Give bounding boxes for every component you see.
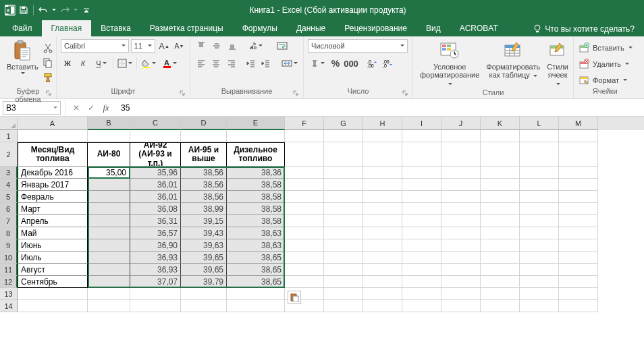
cell[interactable]: 36,93 xyxy=(130,264,181,276)
cell[interactable] xyxy=(324,215,363,227)
cell[interactable] xyxy=(285,203,324,215)
cell[interactable] xyxy=(402,203,441,215)
cell[interactable]: Декабрь 2016 xyxy=(18,167,88,179)
clipboard-dialog-launcher-icon[interactable] xyxy=(44,88,53,98)
tab-insert[interactable]: Вставка xyxy=(91,20,140,36)
cell[interactable] xyxy=(227,288,285,300)
cell[interactable] xyxy=(481,179,520,191)
cell[interactable]: 38,65 xyxy=(227,276,285,288)
cell[interactable] xyxy=(559,239,598,252)
cell[interactable] xyxy=(18,288,88,300)
align-top-icon[interactable] xyxy=(194,39,208,53)
tab-page-layout[interactable]: Разметка страницы xyxy=(140,20,233,36)
cell[interactable] xyxy=(402,252,441,264)
cell[interactable]: Февраль xyxy=(18,191,88,203)
cell[interactable] xyxy=(481,191,520,203)
cell[interactable] xyxy=(363,227,402,239)
cell[interactable] xyxy=(559,300,598,312)
cell[interactable] xyxy=(324,167,363,179)
cell[interactable]: Январь 2017 xyxy=(18,179,88,191)
cell[interactable] xyxy=(481,264,520,276)
cell[interactable] xyxy=(324,179,363,191)
cell[interactable] xyxy=(88,130,130,142)
borders-icon[interactable] xyxy=(115,57,134,70)
row-header[interactable]: 13 xyxy=(0,288,18,300)
increase-decimal-icon[interactable]: ,0,00 xyxy=(365,57,378,70)
cell[interactable] xyxy=(285,252,324,264)
cell[interactable] xyxy=(481,252,520,264)
cell[interactable] xyxy=(441,191,481,203)
decrease-decimal-icon[interactable]: ,00,0 xyxy=(380,57,394,70)
align-center-icon[interactable] xyxy=(209,57,222,70)
cell[interactable]: 38,58 xyxy=(227,203,285,215)
cell[interactable] xyxy=(324,300,363,312)
cell[interactable] xyxy=(88,239,130,252)
row-header[interactable]: 6 xyxy=(0,203,18,215)
redo-icon[interactable] xyxy=(59,4,71,16)
accounting-format-icon[interactable] xyxy=(308,57,327,70)
cell[interactable] xyxy=(520,130,559,142)
cell[interactable] xyxy=(481,300,520,312)
cell[interactable] xyxy=(88,288,130,300)
cell[interactable] xyxy=(363,300,402,312)
cell[interactable] xyxy=(363,252,402,264)
cell[interactable] xyxy=(441,130,481,142)
cell[interactable] xyxy=(130,130,181,142)
cell[interactable] xyxy=(559,191,598,203)
column-header[interactable]: G xyxy=(324,117,363,130)
cell[interactable]: 36,08 xyxy=(130,203,181,215)
cell-styles-button[interactable]: Стили ячеек xyxy=(544,38,571,88)
cell[interactable] xyxy=(559,142,598,167)
tell-me[interactable]: Что вы хотите сделать? xyxy=(529,24,644,36)
cell[interactable]: 38,65 xyxy=(227,264,285,276)
cell[interactable] xyxy=(130,300,181,312)
cell[interactable] xyxy=(481,167,520,179)
cell[interactable] xyxy=(520,179,559,191)
font-size-select[interactable]: 11 xyxy=(131,39,156,53)
cell[interactable] xyxy=(520,215,559,227)
cell[interactable] xyxy=(402,167,441,179)
cell[interactable] xyxy=(324,142,363,167)
number-format-select[interactable]: Числовой xyxy=(308,39,408,53)
cell[interactable] xyxy=(441,203,481,215)
conditional-formatting-button[interactable]: Условное форматирование xyxy=(417,38,482,88)
cell[interactable]: АИ-95 и выше xyxy=(181,142,227,167)
alignment-dialog-launcher-icon[interactable] xyxy=(291,88,300,98)
align-right-icon[interactable] xyxy=(225,57,238,70)
cell[interactable] xyxy=(559,179,598,191)
column-header[interactable]: L xyxy=(520,117,559,130)
cell[interactable] xyxy=(285,239,324,252)
column-header[interactable]: C xyxy=(130,117,181,130)
cell[interactable]: Апрель xyxy=(18,215,88,227)
cell[interactable] xyxy=(520,167,559,179)
format-painter-icon[interactable] xyxy=(41,71,55,84)
cell[interactable] xyxy=(402,264,441,276)
column-header[interactable]: H xyxy=(363,117,402,130)
qat-customize-icon[interactable] xyxy=(80,4,92,16)
cell[interactable] xyxy=(285,130,324,142)
cell[interactable] xyxy=(441,142,481,167)
cell[interactable] xyxy=(402,288,441,300)
cell[interactable]: 38,58 xyxy=(227,179,285,191)
row-header[interactable]: 14 xyxy=(0,300,18,312)
cell[interactable]: 37,07 xyxy=(130,276,181,288)
row-header[interactable]: 4 xyxy=(0,179,18,191)
row-header[interactable]: 2 xyxy=(0,142,18,167)
row-header[interactable]: 3 xyxy=(0,167,18,179)
cell[interactable]: Июль xyxy=(18,252,88,264)
cell[interactable] xyxy=(324,288,363,300)
cell[interactable] xyxy=(285,264,324,276)
insert-cells-button[interactable]: Вставить xyxy=(578,41,633,55)
cell[interactable] xyxy=(481,227,520,239)
cell[interactable] xyxy=(441,300,481,312)
cell[interactable]: 36,01 xyxy=(130,179,181,191)
confirm-formula-icon[interactable]: ✓ xyxy=(84,101,98,115)
cell[interactable] xyxy=(88,264,130,276)
column-header[interactable]: I xyxy=(402,117,441,130)
cell[interactable]: 36,01 xyxy=(130,191,181,203)
column-header[interactable]: A xyxy=(18,117,88,130)
cell[interactable] xyxy=(441,227,481,239)
cell[interactable] xyxy=(559,130,598,142)
cell[interactable] xyxy=(363,191,402,203)
tab-acrobat[interactable]: ACROBAT xyxy=(450,20,508,36)
